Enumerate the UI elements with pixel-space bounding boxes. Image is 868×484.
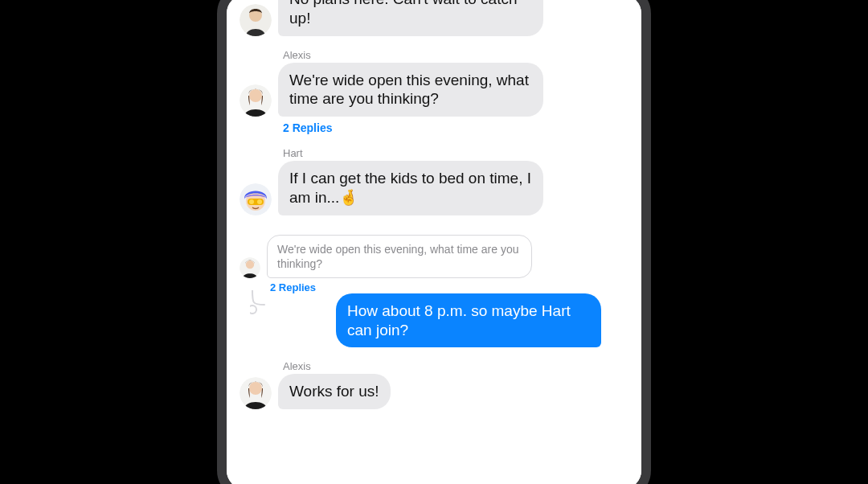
message-bubble-outgoing[interactable]: How about 8 p.m. so maybe Hart can join? [336, 293, 601, 348]
message-row-outgoing[interactable]: How about 8 p.m. so maybe Hart can join? [240, 293, 601, 348]
message-block: No plans here. Can't wait to catch up! [240, 0, 628, 36]
message-block: Alexis We're wide open this evening, wha… [240, 44, 628, 135]
phone-frame: No plans here. Can't wait to catch up! A… [217, 0, 651, 484]
avatar[interactable] [240, 4, 272, 36]
messages-screen[interactable]: No plans here. Can't wait to catch up! A… [227, 0, 641, 484]
message-text: How about 8 p.m. so maybe Hart can join? [347, 302, 571, 338]
message-text: If I can get the kids to bed on time, I … [289, 170, 531, 206]
sender-label: Hart [283, 147, 303, 159]
sender-label: Alexis [283, 360, 311, 372]
message-row[interactable]: No plans here. Can't wait to catch up! [240, 0, 543, 36]
avatar-memoji[interactable] [240, 183, 272, 215]
inline-reply-group: We're wide open this evening, what time … [240, 235, 628, 348]
svg-point-3 [249, 89, 262, 102]
svg-point-10 [246, 260, 254, 269]
svg-point-7 [249, 199, 254, 204]
message-block: Hart If I can get the kids to bed on tim… [240, 142, 628, 215]
svg-point-13 [249, 382, 262, 395]
message-row[interactable]: If I can get the kids to bed on time, I … [240, 161, 543, 215]
svg-point-8 [257, 199, 262, 204]
message-bubble[interactable]: Works for us! [278, 374, 391, 409]
message-text: Works for us! [289, 383, 379, 400]
quoted-message-text: We're wide open this evening, what time … [277, 243, 518, 270]
message-bubble[interactable]: No plans here. Can't wait to catch up! [278, 0, 543, 36]
message-bubble[interactable]: We're wide open this evening, what time … [278, 63, 543, 117]
message-text: No plans here. Can't wait to catch up! [289, 0, 518, 27]
avatar[interactable] [240, 84, 272, 117]
message-list[interactable]: No plans here. Can't wait to catch up! A… [231, 0, 637, 417]
sender-label: Alexis [283, 49, 311, 61]
svg-point-11 [250, 306, 256, 314]
message-row[interactable]: We're wide open this evening, what time … [240, 63, 543, 117]
message-text: We're wide open this evening, what time … [289, 72, 529, 108]
quoted-message-bubble[interactable]: We're wide open this evening, what time … [267, 235, 532, 278]
avatar[interactable] [240, 257, 260, 278]
message-block: Alexis Works for us! [240, 355, 628, 409]
message-bubble[interactable]: If I can get the kids to bed on time, I … [278, 161, 543, 215]
quoted-message-row[interactable]: We're wide open this evening, what time … [240, 235, 532, 278]
avatar[interactable] [240, 377, 272, 409]
message-row[interactable]: Works for us! [240, 374, 391, 409]
replies-link[interactable]: 2 Replies [283, 121, 332, 134]
